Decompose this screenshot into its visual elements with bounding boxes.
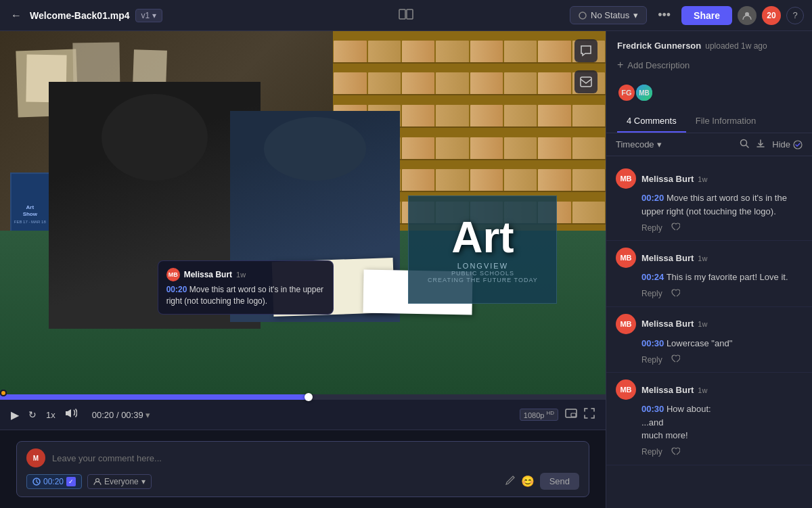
main-area: ArtShow FEB 17 - MAR 18 xyxy=(0,31,812,508)
comment-panel: Fredrick Gunnerson uploaded 1w ago + Add… xyxy=(606,31,812,508)
video-section: ArtShow FEB 17 - MAR 18 xyxy=(0,31,606,508)
comment-item-1: MB Melissa Burt 1w 00:20 Move this art w… xyxy=(606,162,812,241)
topbar: ← Welcome-Back01.mp4 v1 ▾ No Status ▾ ••… xyxy=(0,0,812,31)
svg-rect-1 xyxy=(407,9,413,19)
timecode-badge[interactable]: 00:20 ✓ xyxy=(26,474,82,489)
comment-4-reply-button[interactable]: Reply xyxy=(641,447,662,457)
speed-button[interactable]: 1x xyxy=(46,410,55,420)
longview-name: LONGVIEW xyxy=(457,262,508,270)
comment-4-like-button[interactable] xyxy=(671,446,680,458)
filter-row: Timecode ▾ Hide xyxy=(606,133,812,156)
art-main-text: Art xyxy=(451,216,514,259)
emoji-button[interactable]: 😊 xyxy=(521,475,535,488)
bubble-avatar: MB xyxy=(166,268,180,281)
back-button[interactable]: ← xyxy=(8,7,24,24)
comment-3-reply-button[interactable]: Reply xyxy=(641,355,662,365)
audience-selector[interactable]: Everyone ▾ xyxy=(87,474,152,489)
school-sub2: CREATING THE FUTURE TODAY xyxy=(428,277,538,283)
total-time: 00:39 xyxy=(121,410,143,420)
more-options-button[interactable]: ••• xyxy=(652,5,676,25)
bubble-author: Melissa Burt xyxy=(184,270,232,279)
current-time: 00:20 xyxy=(92,410,114,420)
comment-1-text: 00:20 Move this art word so it's in the … xyxy=(616,191,803,218)
collab-avatar-2[interactable]: MB xyxy=(635,83,654,102)
comment-2-when: 1w xyxy=(698,254,707,262)
compare-button[interactable] xyxy=(398,8,414,22)
fullscreen-button[interactable] xyxy=(584,408,595,421)
school-sub1: PUBLIC SCHOOLS xyxy=(451,270,514,277)
progress-fill xyxy=(0,394,309,400)
search-comments-button[interactable] xyxy=(740,139,749,150)
comment-4-when: 1w xyxy=(698,386,707,394)
send-button[interactable]: Send xyxy=(540,473,579,490)
add-description-button[interactable]: + Add Description xyxy=(617,56,801,78)
tab-comments[interactable]: 4 Comments xyxy=(617,110,686,133)
topbar-left: ← Welcome-Back01.mp4 v1 ▾ xyxy=(8,7,391,24)
comment-user-avatar: M xyxy=(26,448,45,467)
panel-header: Fredrick Gunnerson uploaded 1w ago + Add… xyxy=(606,31,812,133)
hide-resolved-button[interactable]: Hide xyxy=(772,139,803,149)
comment-3-avatar: MB xyxy=(616,314,636,334)
help-button[interactable]: ? xyxy=(786,7,804,24)
video-comment-icon[interactable] xyxy=(574,39,597,62)
user-avatar[interactable] xyxy=(738,6,757,25)
video-side-icons xyxy=(574,39,597,93)
comment-item-4: MB Melissa Burt 1w 00:30 How about: ...a… xyxy=(606,373,812,465)
draw-button[interactable] xyxy=(505,475,516,488)
timecode-checkbox[interactable]: ✓ xyxy=(66,477,76,486)
comment-4-author: Melissa Burt xyxy=(641,385,694,395)
comment-1-author: Melissa Burt xyxy=(641,174,694,184)
play-button[interactable]: ▶ xyxy=(11,409,19,421)
video-comment-bubble: MB Melissa Burt 1w 00:20 Move this art w… xyxy=(158,260,334,315)
comment-4-timecode[interactable]: 00:30 xyxy=(641,404,664,414)
panel-tabs: 4 Comments File Information xyxy=(617,110,801,133)
download-button[interactable] xyxy=(756,139,765,150)
comment-2-like-button[interactable] xyxy=(671,288,680,300)
tab-file-info[interactable]: File Information xyxy=(686,110,766,133)
plus-icon: + xyxy=(617,59,623,71)
comment-item-2: MB Melissa Burt 1w 00:24 This is my favo… xyxy=(606,241,812,307)
comment-2-timecode[interactable]: 00:24 xyxy=(641,272,664,282)
collab-avatar-1[interactable]: FG xyxy=(617,83,636,102)
comment-3-like-button[interactable] xyxy=(671,354,680,365)
uploader-info: Fredrick Gunnerson uploaded 1w ago xyxy=(617,41,801,51)
art-text-overlay: Art LONGVIEW PUBLIC SCHOOLS CREATING THE… xyxy=(408,195,557,304)
controls-right: 1080p HD xyxy=(520,408,595,421)
svg-rect-0 xyxy=(399,9,405,19)
loop-button[interactable]: ↻ xyxy=(28,409,37,420)
comments-list: MB Melissa Burt 1w 00:20 Move this art w… xyxy=(606,156,812,508)
comment-2-text: 00:24 This is my favorite part! Love it. xyxy=(616,271,803,284)
comment-input-area: M 00:20 ✓ Everyone ▾ xyxy=(0,430,606,508)
topbar-center xyxy=(398,8,414,22)
comment-1-reply-button[interactable]: Reply xyxy=(641,223,662,233)
comment-marker-3[interactable] xyxy=(0,390,7,396)
comment-input-row: M xyxy=(26,448,579,467)
version-selector[interactable]: v1 ▾ xyxy=(135,9,163,22)
video-mail-icon[interactable] xyxy=(574,70,597,93)
comment-3-when: 1w xyxy=(698,320,707,328)
comment-text-input[interactable] xyxy=(52,453,579,463)
comment-1-timecode[interactable]: 00:20 xyxy=(641,193,664,203)
timecode-filter[interactable]: Timecode ▾ xyxy=(616,139,662,149)
svg-point-2 xyxy=(579,12,586,19)
comment-2-author: Melissa Burt xyxy=(641,253,694,263)
svg-rect-6 xyxy=(571,413,576,417)
comment-item-3: MB Melissa Burt 1w 00:30 Lowercase "and"… xyxy=(606,307,812,373)
comment-3-timecode[interactable]: 00:30 xyxy=(641,338,664,348)
notification-count[interactable]: 20 xyxy=(762,6,781,25)
video-container[interactable]: ArtShow FEB 17 - MAR 18 xyxy=(0,31,606,394)
comment-3-author: Melissa Burt xyxy=(641,319,694,329)
time-chevron[interactable]: ▾ xyxy=(145,410,150,420)
quality-badge[interactable]: 1080p HD xyxy=(520,409,558,421)
volume-button[interactable] xyxy=(65,409,77,421)
comment-2-reply-button[interactable]: Reply xyxy=(641,289,662,298)
comment-1-like-button[interactable] xyxy=(671,222,680,233)
collaborators: FG MB xyxy=(617,78,801,108)
status-selector[interactable]: No Status ▾ xyxy=(570,6,647,24)
uploader-name: Fredrick Gunnerson xyxy=(617,41,701,51)
share-button[interactable]: Share xyxy=(681,6,732,25)
progress-bar[interactable] xyxy=(0,394,606,400)
comment-3-text: 00:30 Lowercase "and" xyxy=(616,337,803,350)
comment-4-avatar: MB xyxy=(616,379,636,400)
pip-button[interactable] xyxy=(565,409,577,421)
